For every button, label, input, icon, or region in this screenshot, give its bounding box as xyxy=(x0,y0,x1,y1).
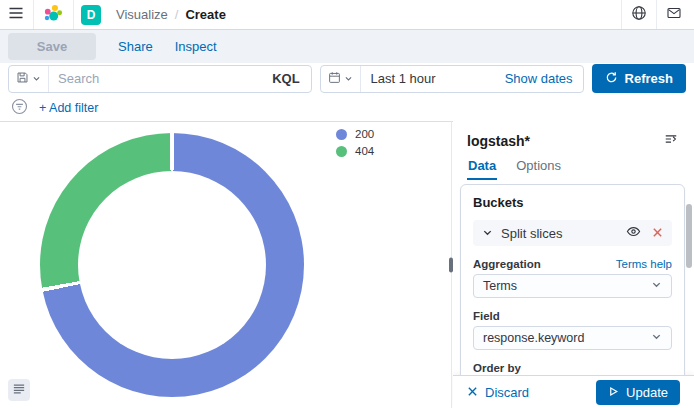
chevron-down-icon xyxy=(344,71,353,86)
terms-help-link[interactable]: Terms help xyxy=(616,258,672,270)
globe-button[interactable] xyxy=(629,3,649,26)
legend-swatch xyxy=(336,129,347,140)
divider xyxy=(621,0,622,29)
legend-item[interactable]: 200 xyxy=(336,128,374,140)
date-picker-group: Last 1 hour Show dates xyxy=(320,65,584,93)
play-icon xyxy=(608,385,619,400)
filter-circle-icon xyxy=(11,98,28,118)
tab-data[interactable]: Data xyxy=(467,152,497,180)
discard-label: Discard xyxy=(485,385,529,400)
collapse-panel-icon xyxy=(664,132,678,149)
globe-icon xyxy=(631,5,647,24)
refresh-button[interactable]: Refresh xyxy=(592,64,686,93)
aggregation-select[interactable]: Terms xyxy=(473,274,672,298)
update-label: Update xyxy=(626,385,668,400)
order-by-label: Order by xyxy=(473,362,521,374)
breadcrumb-visualize[interactable]: Visualize xyxy=(116,7,168,22)
panel-footer: Discard Update xyxy=(453,375,694,408)
aggregation-value: Terms xyxy=(483,279,517,293)
show-dates-button[interactable]: Show dates xyxy=(501,71,583,86)
divider xyxy=(656,0,657,29)
donut-chart[interactable] xyxy=(40,133,304,397)
date-picker-menu-button[interactable] xyxy=(321,66,361,92)
aggregation-label: Aggregation xyxy=(473,258,541,270)
breadcrumb-separator: / xyxy=(175,7,179,22)
refresh-icon xyxy=(605,71,618,87)
filter-bar: + Add filter xyxy=(0,94,694,121)
query-bar: KQL Last 1 hour Show dates Refresh xyxy=(0,63,694,94)
order-by-group: Order by Metric: Count xyxy=(473,362,672,375)
chart-legend: 200404 xyxy=(336,128,374,157)
calendar-icon xyxy=(328,71,341,87)
kibana-visualize-app: D Visualize / Create Save Share Inspect xyxy=(0,0,694,408)
panel-header: logstash* xyxy=(453,121,694,152)
remove-bucket-icon[interactable] xyxy=(652,226,663,241)
close-icon xyxy=(467,385,478,400)
tab-options[interactable]: Options xyxy=(515,152,562,180)
floppy-disk-icon xyxy=(16,71,29,87)
inspect-button[interactable]: Inspect xyxy=(175,39,217,54)
refresh-label: Refresh xyxy=(625,71,673,86)
main-content: 200404 logstash* Data xyxy=(0,121,694,408)
divider xyxy=(73,0,74,29)
saved-query-menu-button[interactable] xyxy=(9,66,49,92)
donut-hole xyxy=(78,171,266,359)
chevron-down-icon xyxy=(482,226,493,241)
field-value: response.keyword xyxy=(483,331,584,345)
search-bar-group: KQL xyxy=(8,65,312,93)
legend-label: 404 xyxy=(355,145,374,157)
scrollbar-thumb[interactable] xyxy=(686,204,692,268)
eye-icon[interactable] xyxy=(626,224,641,242)
search-input[interactable] xyxy=(49,71,261,86)
legend-label: 200 xyxy=(355,128,374,140)
legend-swatch xyxy=(336,146,347,157)
breadcrumb-create: Create xyxy=(185,7,225,22)
bucket-type-label: Split slices xyxy=(501,226,562,241)
discard-button[interactable]: Discard xyxy=(467,385,529,400)
save-button[interactable]: Save xyxy=(8,33,96,60)
chevron-down-icon xyxy=(32,71,41,86)
breadcrumb: Visualize / Create xyxy=(116,7,226,22)
mail-icon xyxy=(666,5,682,24)
buckets-title: Buckets xyxy=(473,195,672,210)
editor-tabs: Data Options xyxy=(453,152,694,180)
editor-scroll-region: Buckets Split slices xyxy=(453,180,694,375)
buckets-card: Buckets Split slices xyxy=(460,184,685,375)
share-button[interactable]: Share xyxy=(118,39,153,54)
aggregation-group: Aggregation Terms help Terms xyxy=(473,258,672,298)
hamburger-icon xyxy=(8,5,24,24)
newsfeed-button[interactable] xyxy=(664,3,684,26)
top-navigation-bar: D Visualize / Create xyxy=(0,0,694,30)
filter-options-button[interactable] xyxy=(9,96,30,120)
elastic-logo[interactable] xyxy=(41,2,66,27)
field-select[interactable]: response.keyword xyxy=(473,326,672,350)
query-language-button[interactable]: KQL xyxy=(261,66,310,92)
field-label: Field xyxy=(473,310,500,322)
time-range-button[interactable]: Last 1 hour xyxy=(361,71,501,86)
split-slices-row[interactable]: Split slices xyxy=(473,220,672,246)
add-filter-button[interactable]: + Add filter xyxy=(39,101,98,115)
index-pattern-title: logstash* xyxy=(467,133,530,149)
chevron-down-icon xyxy=(651,279,662,293)
divider xyxy=(33,0,34,29)
menu-button[interactable] xyxy=(6,3,26,26)
list-icon xyxy=(13,383,25,398)
visualize-toolbar: Save Share Inspect xyxy=(0,30,694,63)
field-group: Field response.keyword xyxy=(473,310,672,350)
update-button[interactable]: Update xyxy=(596,380,680,405)
visualization-editor-panel: logstash* Data Options Buckets xyxy=(453,121,694,408)
legend-item[interactable]: 404 xyxy=(336,145,374,157)
chevron-down-icon xyxy=(651,331,662,345)
space-badge[interactable]: D xyxy=(81,5,101,25)
collapse-panel-button[interactable] xyxy=(662,130,680,151)
legend-toggle-button[interactable] xyxy=(8,379,30,401)
visualization-canvas: 200404 xyxy=(0,121,451,408)
